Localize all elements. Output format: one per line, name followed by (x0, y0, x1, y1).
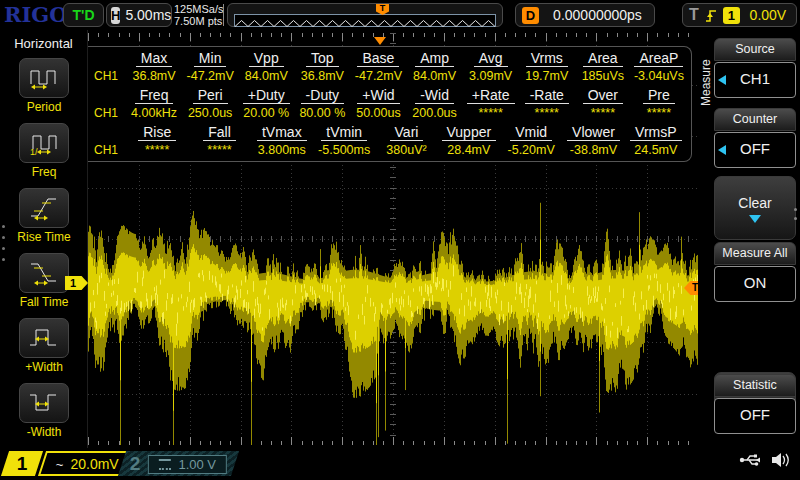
left-menu-title: Horizontal (0, 36, 87, 51)
fall-time-icon (19, 253, 69, 293)
measurement-table: Max Min Vpp Top Base Amp Avg Vrms Area A… (88, 46, 692, 162)
trigger-label: T (689, 6, 699, 24)
timebase-value: 5.00ms (125, 7, 171, 23)
preview-waveform (235, 18, 495, 29)
menu-item-plus-width[interactable]: +Width (0, 318, 88, 374)
menu-item-period[interactable]: Period (0, 58, 88, 114)
softkey-source[interactable]: Source CH1 (714, 38, 796, 98)
trigger-position-marker[interactable] (374, 37, 386, 45)
menu-tab-label: Measure (699, 38, 712, 128)
channel2-scale: 1.00 V (179, 456, 217, 471)
trigger-status-text: T'D (73, 7, 95, 23)
oscilloscope-screen: RIGOL T'D H 5.00ms 125MSa/s 7.50M pts T … (0, 0, 800, 480)
channel2-number: 2 (130, 453, 141, 475)
menu-item-minus-width[interactable]: -Width (0, 383, 88, 439)
measure-section-3: Rise Fall tVmax tVmin Vari Vupper Vmid V… (90, 123, 687, 160)
delay-icon: D (522, 7, 539, 24)
divider (223, 4, 224, 26)
menu-item-rise-time[interactable]: Rise Time (0, 188, 88, 244)
left-menu: Horizontal Period 1/ Freq Rise Time Fall… (0, 30, 88, 448)
menu-item-label: Fall Time (0, 295, 88, 309)
sample-rate: 125MSa/s (174, 3, 224, 15)
minus-width-icon (19, 383, 69, 423)
menu-item-label: -Width (0, 425, 88, 439)
chevron-left-icon (718, 145, 726, 155)
trigger-source-badge: 1 (723, 7, 740, 24)
left-menu-page-dots (2, 225, 5, 269)
channel-label: CH1 (90, 142, 126, 160)
delay-box: D 0.00000000ps (515, 3, 655, 27)
horizontal-timebase-box: H 5.00ms (106, 3, 172, 27)
channel1-indicator[interactable]: 1 ~ 20.0mV (5, 451, 133, 476)
freq-icon: 1/ (19, 123, 69, 163)
top-status-bar: RIGOL T'D H 5.00ms 125MSa/s 7.50M pts T … (0, 0, 800, 30)
channel-label: CH1 (90, 68, 126, 86)
softkey-clear[interactable]: Clear (714, 176, 796, 240)
channel2-indicator[interactable]: 2 1.00 V (122, 451, 235, 476)
measure-section-1: Max Min Vpp Top Base Amp Avg Vrms Area A… (90, 49, 687, 86)
channel2-scale-box: 1.00 V (148, 454, 228, 473)
right-soft-menu: Measure Source CH1 Counter OFF Clear Mea… (698, 30, 800, 448)
svg-text:1/: 1/ (30, 147, 38, 156)
plus-width-icon (19, 318, 69, 358)
dc-coupling-icon (159, 458, 171, 469)
ac-coupling-icon: ~ (56, 456, 64, 471)
horizontal-icon: H (111, 7, 120, 24)
usb-icon (739, 453, 763, 467)
acquisition-info: 125MSa/s 7.50M pts (174, 3, 224, 27)
rise-time-icon (19, 188, 69, 228)
softkey-counter[interactable]: Counter OFF (714, 108, 796, 168)
right-menu-page-dots (794, 208, 797, 226)
menu-item-label: Freq (0, 165, 88, 179)
memory-depth: 7.50M pts (174, 15, 224, 27)
chevron-down-icon (749, 215, 761, 223)
softkey-measure-all[interactable]: Measure All ON (714, 242, 796, 302)
speaker-icon (771, 452, 790, 468)
trigger-info-box: T 1 0.00V (682, 3, 797, 27)
rising-edge-icon (705, 7, 717, 24)
channel1-number: 1 (1, 451, 43, 476)
system-icons (739, 452, 790, 468)
bottom-channel-bar: 1 ~ 20.0mV 2 1.00 V (0, 448, 800, 480)
measure-section-2: Freq Peri +Duty -Duty +Wid -Wid +Rate -R… (90, 86, 687, 123)
channel1-scale: 20.0mV (71, 456, 119, 472)
waveform-preview-bar[interactable]: T (227, 3, 503, 27)
softkey-statistic[interactable]: Statistic OFF (714, 374, 796, 434)
menu-item-label: +Width (0, 360, 88, 374)
trigger-status-box: T'D (63, 3, 104, 27)
menu-item-label: Rise Time (0, 230, 88, 244)
delay-value: 0.00000000ps (547, 7, 648, 23)
trigger-level-value: 0.00V (746, 7, 790, 23)
menu-item-freq[interactable]: 1/ Freq (0, 123, 88, 179)
channel-label: CH1 (90, 105, 126, 123)
chevron-left-icon (718, 75, 726, 85)
menu-item-label: Period (0, 100, 88, 114)
period-icon (19, 58, 69, 98)
preview-window (234, 14, 496, 27)
